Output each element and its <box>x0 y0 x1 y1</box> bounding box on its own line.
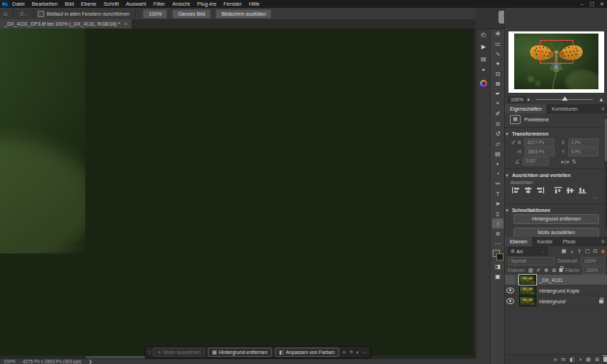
zoom-out-mountain-icon[interactable]: ▲ <box>526 97 531 101</box>
layer-effects-icon[interactable]: fx <box>561 357 565 362</box>
menu-bearbeiten[interactable]: Bearbeiten <box>29 0 61 8</box>
home-icon[interactable]: ⌂ <box>0 10 11 17</box>
layer-thumbnail[interactable] <box>519 275 536 285</box>
libraries-panel-icon[interactable]: ▤ <box>476 53 491 65</box>
scroll-all-windows-checkbox[interactable] <box>38 11 44 17</box>
gradient-tool[interactable]: ▤ <box>492 148 503 158</box>
menu-schrift[interactable]: Schrift <box>100 0 122 8</box>
collapse-align-icon[interactable]: ▼ <box>505 173 509 178</box>
eyedropper-tool[interactable]: ✒ <box>492 89 503 98</box>
opacity-field[interactable]: 100% <box>581 257 605 266</box>
layer-row-hintergrund[interactable]: Hintergrund <box>505 296 607 307</box>
delete-layer-icon[interactable] <box>603 357 607 362</box>
blend-mode-select[interactable]: Normal <box>508 257 555 266</box>
clone-stamp-tool[interactable]: ⊙ <box>492 118 503 128</box>
collapse-quick-actions-icon[interactable]: ▼ <box>505 208 509 213</box>
zoom-tool[interactable]: ⊘ <box>492 228 503 238</box>
brush-tool[interactable]: ✐ <box>492 108 503 118</box>
quick-mask-button[interactable]: ◨ <box>492 261 503 271</box>
status-arrow-icon[interactable]: ❯ <box>89 359 92 364</box>
align-top-icon[interactable] <box>554 187 562 193</box>
y-field[interactable]: 0 Px <box>568 148 598 156</box>
navigator-proxy-view-rect[interactable] <box>540 40 573 64</box>
align-left-icon[interactable] <box>512 187 520 193</box>
new-layer-icon[interactable]: ⊞ <box>595 357 599 363</box>
menu-ansicht[interactable]: Ansicht <box>169 0 194 8</box>
fit-screen-button[interactable]: Ganzes Bild <box>172 9 211 19</box>
flip-vertical-icon[interactable]: ⇅ <box>571 158 576 165</box>
minimize-button[interactable]: – <box>577 0 587 8</box>
lock-position-icon[interactable]: ✜ <box>543 268 549 273</box>
lasso-tool[interactable]: ∿ <box>492 49 503 59</box>
status-zoom-value[interactable]: 100% <box>4 359 16 364</box>
wand-icon[interactable]: ✧ <box>342 350 346 355</box>
layers-panel-menu-icon[interactable]: ≡ <box>598 237 607 246</box>
visibility-toggle-empty[interactable] <box>505 275 516 285</box>
hand-tool-selected[interactable]: ☝ <box>492 218 503 228</box>
align-right-icon[interactable] <box>536 187 544 193</box>
document-tab[interactable]: _DX_4131_DP3.tif bei 100% (_DX_4131, RGB… <box>0 19 131 29</box>
remove-background-quick-button[interactable]: Hintergrund entfernen <box>513 214 599 224</box>
menu-datei[interactable]: Datei <box>9 0 29 8</box>
filter-smart-objects-icon[interactable]: ⊡ <box>592 248 598 254</box>
lock-transparency-icon[interactable]: ▨ <box>528 268 533 273</box>
adjustment-layer-icon[interactable]: ◑ <box>578 357 581 362</box>
screen-mode-button[interactable]: ▣ <box>492 271 503 281</box>
background-color[interactable] <box>496 253 503 261</box>
layer-filter-dropdown[interactable]: ⊘ Art ⌄ <box>508 247 548 256</box>
path-selection-tool[interactable]: ➤ <box>492 198 503 208</box>
align-more-icon[interactable]: ··· <box>593 196 598 201</box>
filter-pixel-layers-icon[interactable]: ▦ <box>561 248 567 254</box>
taskbar-grip-handle[interactable]: ⁞⁞ <box>149 350 150 355</box>
color-swatches[interactable] <box>492 250 503 260</box>
actions-panel-icon[interactable]: ▶ <box>476 41 491 53</box>
flag-icon[interactable]: ⚑ <box>349 350 353 355</box>
fill-screen-button[interactable]: Bildschirm ausfüllen <box>216 9 271 19</box>
lock-all-icon[interactable] <box>559 268 563 272</box>
marquee-tool[interactable]: ▭ <box>492 39 503 49</box>
height-field[interactable]: 2803 Px <box>525 148 555 156</box>
image-canvas[interactable] <box>0 29 473 355</box>
eye-icon[interactable] <box>506 298 514 304</box>
properties-panel-menu-icon[interactable]: ≡ <box>598 104 607 113</box>
navigator-zoom-value[interactable]: 100% <box>508 96 526 103</box>
zoom-100-button[interactable]: 100% <box>143 9 167 19</box>
filter-type-layers-icon[interactable]: T <box>576 249 583 254</box>
menu-filter[interactable]: Filter <box>150 0 169 8</box>
layer-thumbnail[interactable] <box>519 285 536 295</box>
layer-name[interactable]: Hintergrund <box>539 299 566 304</box>
menu-hilfe[interactable]: Hilfe <box>245 0 263 8</box>
x-field[interactable]: 1 Px <box>568 138 598 147</box>
layer-row-dx4131[interactable]: _DX_4131 <box>505 275 607 285</box>
align-middle-v-icon[interactable] <box>566 187 574 193</box>
collapse-transform-icon[interactable]: ▼ <box>505 132 509 136</box>
crop-tool[interactable]: ⊡ <box>492 69 503 79</box>
tab-eigenschaften[interactable]: Eigenschaften <box>505 104 546 113</box>
filter-shape-layers-icon[interactable]: ▢ <box>584 248 591 254</box>
visibility-toggle[interactable] <box>505 296 516 306</box>
remove-background-button[interactable]: ▦ Hintergrund entfernen <box>208 348 272 357</box>
link-dimensions-icon[interactable]: 🜚︎ <box>511 139 516 146</box>
filter-toggle-icon[interactable] <box>601 250 605 253</box>
tab-ebenen[interactable]: Ebenen <box>505 237 532 246</box>
adjust-colors-button[interactable]: ◧ Anpassen von Farben <box>275 348 339 357</box>
layer-name[interactable]: _DX_4131 <box>539 278 563 283</box>
tab-pfade[interactable]: Pfade <box>558 237 581 246</box>
close-button[interactable]: ✕ <box>597 0 607 8</box>
tab-kanaele[interactable]: Kanäle <box>532 237 558 246</box>
layer-mask-icon[interactable]: ◧ <box>570 357 575 363</box>
layer-name[interactable]: Hintergrund Kopie <box>539 288 579 293</box>
align-center-h-icon[interactable] <box>524 187 532 193</box>
new-group-icon[interactable]: ▤ <box>586 357 591 363</box>
shape-tool[interactable]: ▯ <box>492 208 503 218</box>
width-field[interactable]: 4277 Px <box>524 138 554 147</box>
more-options-icon[interactable]: ⋯ <box>362 350 367 355</box>
adjustment-circle-icon[interactable]: ◐ <box>356 350 359 355</box>
lock-artboard-icon[interactable]: ⊞ <box>551 268 557 273</box>
menu-fenster[interactable]: Fenster <box>220 0 245 8</box>
healing-brush-tool[interactable]: ⌖ <box>492 98 503 108</box>
move-tool[interactable]: ✜ <box>492 29 503 39</box>
menu-bild[interactable]: Bild <box>61 0 78 8</box>
comments-panel-icon[interactable]: ❝ <box>476 65 491 77</box>
layer-row-hintergrund-kopie[interactable]: Hintergrund Kopie <box>505 285 607 296</box>
